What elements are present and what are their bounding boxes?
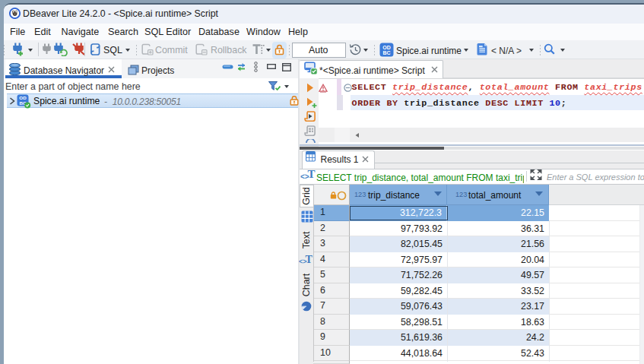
- svg-text:OD: OD: [382, 45, 391, 50]
- svg-text:BC: BC: [382, 50, 390, 55]
